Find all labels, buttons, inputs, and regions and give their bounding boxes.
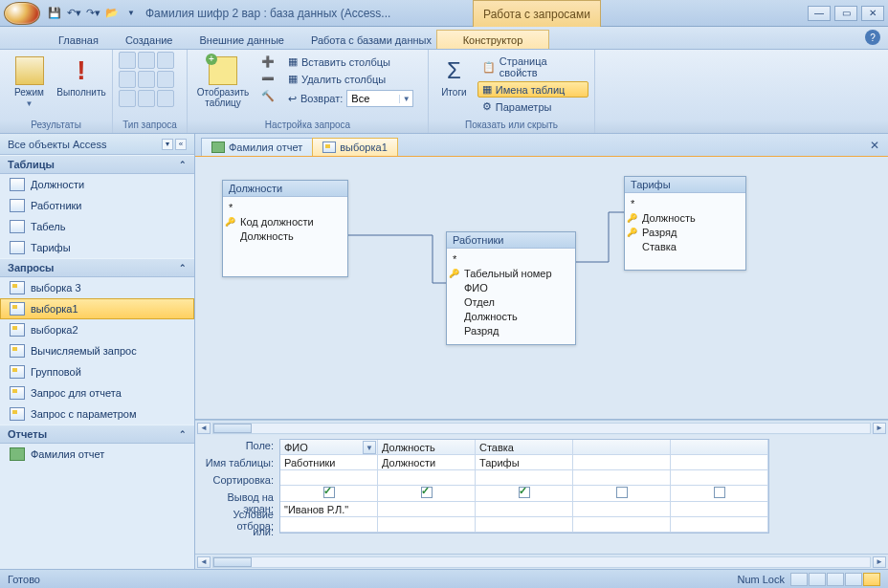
help-icon[interactable]: ?	[865, 30, 880, 45]
tab-create[interactable]: Создание	[113, 30, 186, 49]
nav-collapse-icon[interactable]: «	[175, 139, 187, 150]
nav-item-query[interactable]: выборка1	[0, 298, 194, 319]
save-icon[interactable]: 💾	[46, 5, 63, 22]
view-pivotchart-icon[interactable]	[827, 573, 844, 586]
query-icon	[10, 281, 25, 294]
show-checkbox[interactable]	[519, 487, 530, 498]
query-icon	[322, 142, 336, 153]
nav-header[interactable]: Все объекты Access ▾«	[0, 134, 194, 155]
office-button[interactable]	[4, 2, 40, 25]
show-table-button[interactable]: + Отобразить таблицу	[193, 52, 253, 109]
grid-hscroll[interactable]: ◄ ►	[195, 554, 888, 569]
query-icon	[10, 386, 25, 400]
relationship-diagram[interactable]: Должности * Код должности Должность Рабо…	[195, 157, 888, 420]
table-names-button[interactable]: ▦Имена таблиц	[477, 81, 588, 98]
nav-item-query[interactable]: выборка2	[0, 319, 194, 340]
maximize-button[interactable]: ▭	[834, 6, 857, 21]
scroll-left-icon[interactable]: ◄	[197, 556, 211, 568]
scroll-left-icon[interactable]: ◄	[197, 423, 211, 434]
nav-item-report[interactable]: Фамилия отчет	[0, 444, 194, 465]
nav-group-queries[interactable]: Запросы⌃	[0, 258, 194, 277]
open-icon[interactable]: 📂	[103, 5, 121, 22]
nav-item-query[interactable]: Запрос с параметром	[0, 403, 194, 425]
nav-group-reports[interactable]: Отчеты⌃	[0, 425, 194, 444]
tab-designer[interactable]: Конструктор	[436, 30, 549, 49]
tab-home[interactable]: Главная	[46, 30, 111, 49]
query-icon	[10, 323, 25, 337]
query-icon	[10, 407, 25, 421]
nav-item-table[interactable]: Должности	[0, 174, 194, 195]
table-box[interactable]: Тарифы * Должность Разряд Ставка	[624, 176, 746, 271]
minimize-button[interactable]: —	[808, 6, 831, 21]
params-icon: ⚙	[482, 100, 492, 113]
query-icon	[10, 344, 25, 358]
view-datasheet-icon[interactable]	[790, 573, 808, 586]
nav-item-query[interactable]: Запрос для отчета	[0, 382, 194, 403]
close-button[interactable]: ✕	[861, 6, 884, 21]
qat-dropdown-icon[interactable]: ▼	[122, 5, 140, 22]
totals-button[interactable]: Σ Итоги	[434, 52, 474, 98]
nav-group-tables[interactable]: Таблицы⌃	[0, 155, 194, 174]
show-checkbox[interactable]	[323, 487, 335, 498]
query-icon	[10, 365, 25, 379]
tab-dbtools[interactable]: Работа с базами данных	[299, 30, 444, 49]
status-text: Готово	[8, 574, 40, 585]
redo-icon[interactable]: ↷▾	[84, 5, 101, 22]
group-qtype-label: Тип запроса	[119, 120, 181, 133]
chevron-down-icon[interactable]: ▼	[399, 95, 412, 103]
grid-view-icon	[15, 56, 44, 85]
field-dropdown-icon[interactable]: ▼	[363, 441, 376, 454]
show-checkbox[interactable]	[616, 487, 628, 498]
table-icon	[10, 178, 25, 191]
scroll-right-icon[interactable]: ►	[873, 423, 886, 434]
insert-col-icon: ▦	[288, 55, 298, 68]
delete-col-icon: ▦	[288, 73, 298, 85]
sigma-icon: Σ	[439, 56, 468, 85]
collapse-icon: ⌃	[179, 429, 187, 439]
insert-cols-button[interactable]: ▦Вставить столбцы	[283, 54, 418, 70]
query-type-buttons[interactable]	[119, 52, 174, 107]
parameters-button[interactable]: ⚙Параметры	[477, 98, 588, 115]
view-design-icon[interactable]	[863, 573, 880, 586]
view-sql-icon[interactable]	[845, 573, 862, 586]
nav-options-icon[interactable]: ▾	[162, 139, 173, 150]
builder-button[interactable]: 🔨	[256, 88, 279, 104]
run-button[interactable]: ! Выполнить	[56, 52, 106, 98]
report-icon	[211, 142, 225, 153]
nav-item-table[interactable]: Табель	[0, 216, 194, 237]
table-box[interactable]: Работники * Табельный номер ФИО Отдел До…	[446, 231, 576, 345]
undo-icon[interactable]: ↶▾	[65, 5, 82, 22]
properties-icon: 📋	[482, 61, 496, 74]
builder-icon: 🔨	[261, 90, 275, 102]
delete-rows-button[interactable]: ➖	[256, 71, 279, 87]
view-button[interactable]: Режим ▼	[6, 52, 53, 109]
view-pivottable-icon[interactable]	[809, 573, 826, 586]
nav-item-query[interactable]: Групповой	[0, 361, 194, 382]
nav-item-table[interactable]: Тарифы	[0, 237, 194, 258]
table-icon	[10, 241, 25, 254]
tab-external[interactable]: Внешние данные	[188, 30, 297, 49]
insert-rows-button[interactable]: ➕	[256, 54, 279, 70]
table-box[interactable]: Должности * Код должности Должность	[222, 180, 348, 277]
scroll-right-icon[interactable]: ►	[873, 556, 886, 568]
diagram-hscroll[interactable]: ◄ ►	[195, 420, 888, 435]
return-combo[interactable]: ▼	[346, 90, 413, 107]
group-showhide-label: Показать или скрыть	[434, 120, 588, 133]
nav-item-query[interactable]: Вычисляемый запрос	[0, 340, 194, 361]
nav-item-query[interactable]: выборка 3	[0, 277, 194, 298]
query-icon	[10, 302, 25, 316]
doc-tab-report[interactable]: Фамилия отчет	[201, 138, 313, 156]
doc-tab-query[interactable]: выборка1	[312, 138, 398, 156]
table-icon	[10, 220, 25, 233]
query-design-grid[interactable]: Поле: Имя таблицы: Сортировка: Вывод на …	[195, 435, 888, 569]
property-sheet-button[interactable]: 📋Страница свойств	[477, 54, 588, 80]
nav-item-table[interactable]: Работники	[0, 195, 194, 216]
group-setup-label: Настройка запроса	[193, 120, 422, 133]
delete-cols-button[interactable]: ▦Удалить столбцы	[283, 71, 418, 87]
show-checkbox[interactable]	[421, 487, 433, 498]
numlock-indicator: Num Lock	[737, 574, 785, 585]
close-doc-icon[interactable]: ✕	[867, 138, 882, 153]
table-icon	[10, 199, 25, 212]
contextual-tab-label: Работа с запросами	[473, 0, 601, 27]
show-checkbox[interactable]	[714, 487, 725, 498]
